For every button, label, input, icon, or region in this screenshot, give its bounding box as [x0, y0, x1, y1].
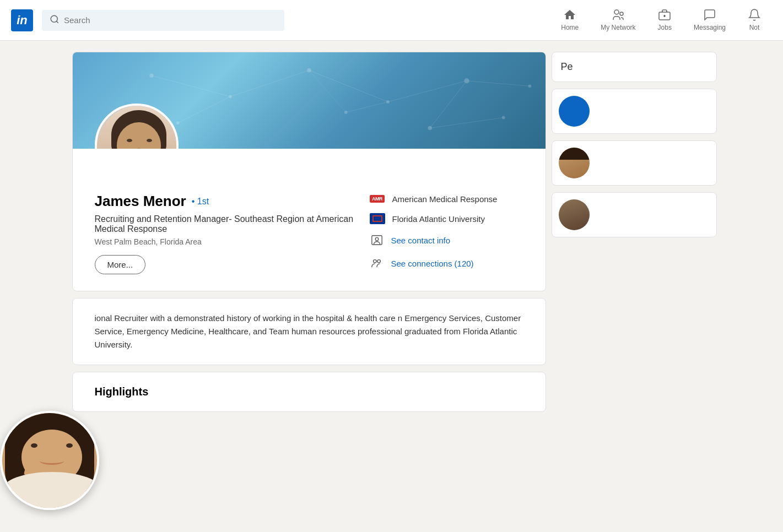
nav-item-messaging[interactable]: Messaging: [683, 0, 737, 41]
search-input[interactable]: [64, 15, 277, 25]
svg-line-22: [177, 96, 230, 123]
profile-card: James Menor • 1st Recruiting and Retenti…: [72, 52, 546, 291]
sidebar-avatar-1: [559, 96, 590, 127]
profile-info-area: James Menor • 1st Recruiting and Retenti…: [73, 149, 546, 291]
sidebar-avatar-3: [559, 199, 590, 230]
svg-point-2: [614, 10, 619, 14]
linkedin-logo[interactable]: in: [11, 9, 33, 31]
profile-location: West Palm Beach, Florida Area: [95, 237, 369, 246]
svg-line-24: [430, 81, 467, 128]
sidebar-person-2[interactable]: [552, 140, 717, 186]
nav-item-network[interactable]: My Network: [590, 0, 646, 41]
company-name: American Medical Response: [392, 194, 498, 204]
nav-item-home[interactable]: Home: [550, 0, 590, 41]
svg-rect-27: [371, 236, 381, 245]
network-icon: [612, 8, 625, 21]
amr-logo: AMR: [369, 193, 386, 205]
sidebar-person-3[interactable]: [552, 192, 717, 237]
contact-info-item[interactable]: See contact info: [369, 232, 523, 248]
contact-info-icon: [369, 232, 385, 248]
bell-icon: [748, 8, 761, 21]
profile-avatar: [95, 104, 179, 149]
messaging-label: Messaging: [694, 24, 726, 31]
summary-section: ional Recruiter with a demonstrated hist…: [72, 298, 546, 365]
fau-logo: [369, 213, 386, 225]
profile-banner: [73, 52, 546, 149]
svg-line-17: [152, 75, 230, 96]
profile-name-row: James Menor • 1st: [95, 193, 369, 210]
sidebar-people-label: Pe: [552, 52, 717, 82]
center-column: James Menor • 1st Recruiting and Retenti…: [72, 52, 546, 412]
profile-title: Recruiting and Retention Manager- Southe…: [95, 214, 369, 234]
network-label: My Network: [601, 24, 635, 31]
profile-avatar-wrapper: [95, 104, 179, 149]
summary-text: ional Recruiter with a demonstrated hist…: [95, 312, 523, 351]
search-bar[interactable]: [42, 10, 284, 31]
connections-item[interactable]: See connections (120): [369, 256, 523, 271]
svg-line-25: [430, 117, 503, 128]
profile-left-section: James Menor • 1st Recruiting and Retenti…: [95, 193, 369, 274]
profile-name: James Menor: [95, 193, 186, 210]
svg-point-29: [373, 260, 376, 263]
highlights-section: Highlights: [72, 372, 546, 412]
bottom-chat-overlay[interactable]: [0, 411, 110, 532]
svg-line-18: [230, 70, 309, 97]
notifications-label: Not: [749, 24, 760, 31]
home-icon: [563, 8, 576, 21]
svg-point-0: [51, 15, 57, 22]
svg-point-3: [620, 12, 623, 15]
people-label-text: Pe: [561, 61, 573, 72]
see-contact-info-link[interactable]: See contact info: [391, 236, 451, 245]
right-sidebar: Pe: [552, 52, 717, 412]
svg-line-20: [388, 81, 467, 102]
education-name: Florida Atlantic University: [392, 214, 485, 224]
profile-degree: • 1st: [192, 197, 209, 207]
svg-line-26: [309, 70, 346, 112]
sidebar-avatar-2: [559, 148, 590, 178]
search-icon: [50, 14, 60, 26]
nav-items: Home My Network Jobs Messaging Not: [550, 0, 772, 41]
svg-point-28: [375, 237, 379, 241]
chat-person-avatar: [0, 411, 99, 510]
company-item: AMR American Medical Response: [369, 193, 523, 205]
more-button[interactable]: More...: [95, 255, 146, 274]
see-connections-link[interactable]: See connections (120): [391, 259, 474, 268]
highlights-title: Highlights: [95, 386, 523, 398]
page-wrapper: James Menor • 1st Recruiting and Retenti…: [0, 41, 783, 423]
nav-item-notifications[interactable]: Not: [737, 0, 772, 41]
svg-line-1: [56, 21, 58, 23]
connections-icon: [369, 256, 385, 271]
home-label: Home: [561, 24, 579, 31]
sidebar-person-1[interactable]: [552, 89, 717, 134]
profile-actions: More...: [95, 255, 369, 274]
svg-point-30: [377, 260, 380, 263]
navbar: in Home My Network Jobs Messaging: [0, 0, 783, 41]
nav-item-jobs[interactable]: Jobs: [647, 0, 683, 41]
svg-line-23: [345, 102, 387, 112]
profile-right-section: AMR American Medical Response Florida At…: [369, 193, 523, 271]
messaging-icon: [703, 8, 716, 21]
jobs-icon: [658, 8, 671, 21]
svg-line-21: [467, 81, 530, 86]
svg-line-19: [309, 70, 388, 102]
education-item: Florida Atlantic University: [369, 213, 523, 225]
jobs-label: Jobs: [658, 24, 672, 31]
